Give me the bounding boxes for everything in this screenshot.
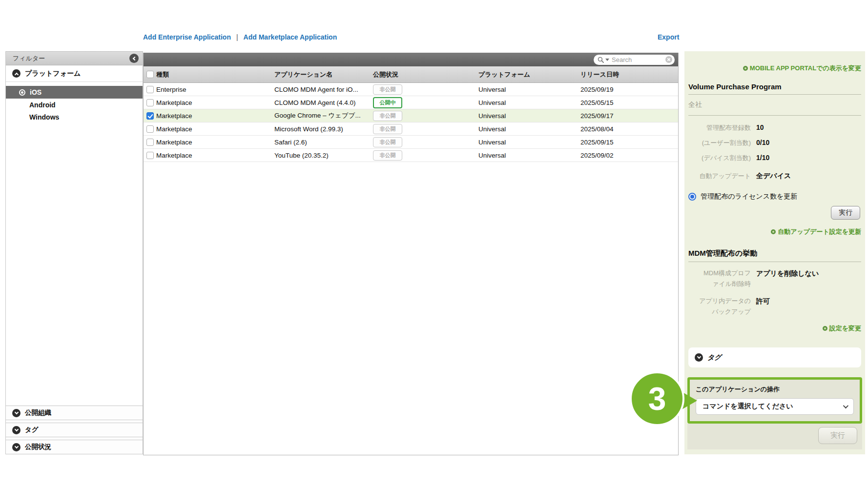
chevron-left-icon — [133, 56, 137, 60]
operation-footer: 実行 — [687, 424, 862, 449]
stat-label: 自動アップデート — [688, 172, 751, 181]
add-marketplace-application-link[interactable]: Add Marketplace Application — [244, 33, 337, 41]
sidebar-item-android[interactable]: Android — [6, 99, 143, 111]
auto-update-settings-link[interactable]: 自動アップデート設定を更新 — [688, 227, 861, 236]
vpp-title: Volume Purchase Program — [688, 82, 861, 91]
sidebar-item-windows[interactable]: Windows — [6, 111, 143, 123]
filter-sidebar: フィルター プラットフォーム iOS Android Windows 公開組織 … — [5, 51, 143, 454]
cell-platform: Universal — [478, 86, 580, 93]
export-link[interactable]: Export — [658, 33, 679, 41]
row-checkbox[interactable] — [146, 99, 154, 106]
divider — [688, 94, 861, 95]
select-all-checkbox[interactable] — [146, 71, 154, 78]
section-label: タグ — [25, 426, 39, 434]
mdm-value: アプリを削除しない — [756, 268, 819, 289]
sidebar-collapse-button[interactable] — [129, 54, 139, 63]
cell-type: Enterprise — [156, 86, 274, 93]
row-checkbox[interactable] — [146, 125, 154, 133]
operation-execute-button[interactable]: 実行 — [818, 427, 857, 444]
divider — [688, 115, 861, 116]
table-row[interactable]: Marketplace Safari (2.6) 非公開 Universal 2… — [144, 136, 678, 149]
tag-section-bar[interactable]: タグ — [688, 347, 861, 367]
mdm-behavior-title: MDM管理配布の挙動 — [688, 249, 861, 258]
status-badge: 非公開 — [373, 84, 402, 95]
status-badge: 非公開 — [373, 111, 402, 121]
command-select[interactable]: コマンドを選択してください — [696, 398, 854, 415]
table-row[interactable]: Marketplace CLOMO MDM Agent (4.4.0) 公開中 … — [144, 96, 678, 109]
mdm-label: アプリ内データの バックアップ — [688, 296, 751, 317]
table-row[interactable]: Marketplace YouTube (20.35.2) 非公開 Univer… — [144, 149, 678, 162]
cell-released: 2025/09/02 — [580, 152, 678, 159]
search-input[interactable] — [611, 56, 664, 64]
status-badge: 公開中 — [373, 97, 402, 108]
cell-platform: Universal — [478, 152, 580, 159]
search-icon — [598, 57, 604, 63]
change-settings-link-label: 設定を変更 — [829, 324, 861, 333]
row-checkbox[interactable] — [146, 139, 154, 146]
row-checkbox-checked[interactable] — [146, 112, 154, 120]
application-operation-section: このアプリケーションの操作 コマンドを選択してください 実行 — [687, 377, 862, 449]
status-badge: 非公開 — [373, 150, 402, 161]
mdm-value: 許可 — [756, 296, 770, 317]
divider — [688, 262, 861, 262]
selected-radio-icon — [19, 89, 25, 96]
platform-section-label: プラットフォーム — [25, 69, 81, 78]
platform-item-label: Windows — [29, 113, 59, 121]
add-enterprise-application-link[interactable]: Add Enterprise Application — [143, 33, 231, 41]
change-settings-link[interactable]: 設定を変更 — [688, 324, 861, 333]
link-separator: | — [236, 33, 238, 41]
mdm-behavior-rows: MDM構成プロフ ァイル削除時 アプリを削除しない アプリ内データの バックアッ… — [688, 268, 861, 317]
sidebar-section-platform[interactable]: プラットフォーム — [6, 65, 143, 82]
license-execute-button[interactable]: 実行 — [831, 206, 860, 220]
stat-value: 0/10 — [756, 139, 769, 146]
column-header-type: 種類 — [156, 70, 274, 79]
cell-platform: Universal — [478, 112, 580, 120]
step-number: 3 — [648, 380, 666, 417]
sidebar-section-publication-status[interactable]: 公開状況 — [6, 440, 143, 454]
sidebar-section-tags[interactable]: タグ — [6, 423, 143, 437]
table-row-selected[interactable]: Marketplace Google Chrome – ウェブブ... 非公開 … — [144, 109, 678, 122]
platform-item-label: Android — [29, 101, 56, 109]
table-header-row: 種類 アプリケーション名 公開状況 プラットフォーム リリース日時 — [144, 66, 678, 83]
stat-row: (ユーザー割当数) 0/10 — [688, 139, 861, 147]
license-update-option: 管理配布のライセンス数を更新 — [688, 192, 861, 201]
table-row[interactable]: Marketplace Microsoft Word (2.99.3) 非公開 … — [144, 122, 678, 136]
toolbar-links: Add Enterprise Application | Add Marketp… — [143, 33, 337, 41]
search-scope-dropdown-icon[interactable] — [605, 59, 609, 61]
vpp-scope: 全社 — [688, 101, 861, 109]
table-row[interactable]: Enterprise CLOMO MDM Agent for iO... 非公開… — [144, 83, 678, 96]
green-bullet-icon — [743, 66, 748, 71]
search-box[interactable] — [594, 55, 675, 65]
chevron-up-icon — [12, 69, 21, 78]
portal-display-link-label: MOBILE APP PORTALでの表示を変更 — [750, 64, 861, 73]
platform-item-label: iOS — [30, 88, 41, 96]
stat-value: 10 — [756, 123, 764, 131]
cell-name: CLOMO MDM Agent for iO... — [274, 86, 373, 93]
stat-row: 自動アップデート 全デバイス — [688, 172, 861, 181]
filter-title: フィルター — [13, 54, 45, 63]
auto-update-settings-link-label: 自動アップデート設定を更新 — [778, 227, 861, 236]
mdm-row: アプリ内データの バックアップ 許可 — [688, 296, 861, 317]
stat-value: 1/10 — [756, 154, 769, 162]
operation-title: このアプリケーションの操作 — [696, 385, 854, 394]
sidebar-section-organizations[interactable]: 公開組織 — [6, 406, 143, 420]
cell-released: 2025/09/15 — [580, 139, 678, 146]
license-update-radio[interactable] — [688, 193, 696, 201]
portal-display-link[interactable]: MOBILE APP PORTALでの表示を変更 — [688, 64, 861, 73]
row-checkbox[interactable] — [146, 86, 154, 93]
cell-name: Microsoft Word (2.99.3) — [274, 125, 373, 133]
cell-type: Marketplace — [156, 139, 274, 146]
stat-row: 管理配布登録数 10 — [688, 123, 861, 132]
chevron-down-icon — [12, 426, 21, 434]
step-3-callout: 3 — [630, 371, 684, 426]
cell-type: Marketplace — [156, 112, 274, 120]
section-label: 公開状況 — [25, 443, 51, 451]
search-clear-icon[interactable] — [665, 56, 672, 63]
cell-platform: Universal — [478, 125, 580, 133]
sidebar-item-ios[interactable]: iOS — [6, 86, 143, 99]
select-chevron-icon — [843, 403, 848, 408]
chevron-down-icon — [12, 409, 21, 417]
cell-name: Google Chrome – ウェブブ... — [274, 111, 373, 120]
cell-released: 2025/05/15 — [580, 99, 678, 106]
row-checkbox[interactable] — [146, 152, 154, 159]
